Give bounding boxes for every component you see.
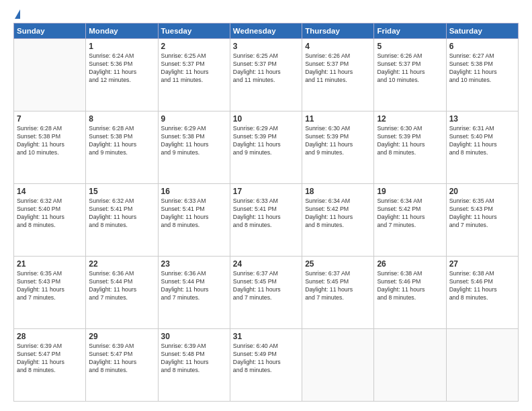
calendar: SundayMondayTuesdayWednesdayThursdayFrid… (13, 23, 519, 402)
day-number: 21 (17, 259, 83, 269)
calendar-cell: 24Sunrise: 6:37 AMSunset: 5:45 PMDayligh… (230, 257, 302, 329)
day-info: Sunrise: 6:26 AMSunset: 5:37 PMDaylight:… (377, 52, 443, 85)
day-info: Sunrise: 6:25 AMSunset: 5:37 PMDaylight:… (233, 52, 299, 85)
calendar-cell: 6Sunrise: 6:27 AMSunset: 5:38 PMDaylight… (446, 39, 518, 111)
day-info: Sunrise: 6:33 AMSunset: 5:41 PMDaylight:… (161, 197, 227, 230)
day-number: 10 (233, 113, 299, 124)
day-info: Sunrise: 6:32 AMSunset: 5:40 PMDaylight:… (17, 197, 83, 230)
day-number: 1 (89, 41, 154, 52)
day-info: Sunrise: 6:39 AMSunset: 5:48 PMDaylight:… (161, 342, 227, 375)
calendar-cell: 10Sunrise: 6:29 AMSunset: 5:39 PMDayligh… (230, 111, 302, 184)
day-number: 24 (233, 259, 299, 269)
day-number: 23 (161, 259, 227, 269)
day-info: Sunrise: 6:29 AMSunset: 5:39 PMDaylight:… (233, 125, 299, 157)
day-info: Sunrise: 6:39 AMSunset: 5:47 PMDaylight:… (17, 342, 83, 375)
day-info: Sunrise: 6:35 AMSunset: 5:43 PMDaylight:… (449, 197, 515, 230)
calendar-cell: 21Sunrise: 6:35 AMSunset: 5:43 PMDayligh… (14, 257, 86, 329)
weekday-header: Friday (374, 24, 446, 39)
day-number: 18 (305, 186, 371, 197)
day-info: Sunrise: 6:39 AMSunset: 5:47 PMDaylight:… (89, 342, 154, 375)
day-number: 25 (305, 259, 371, 269)
day-info: Sunrise: 6:28 AMSunset: 5:38 PMDaylight:… (89, 125, 154, 157)
day-number: 14 (17, 186, 83, 197)
day-info: Sunrise: 6:29 AMSunset: 5:38 PMDaylight:… (161, 125, 227, 157)
day-info: Sunrise: 6:37 AMSunset: 5:45 PMDaylight:… (305, 270, 371, 302)
day-info: Sunrise: 6:38 AMSunset: 5:46 PMDaylight:… (449, 270, 515, 302)
weekday-header: Monday (86, 24, 158, 39)
day-number: 7 (17, 113, 83, 124)
calendar-week-row: 7Sunrise: 6:28 AMSunset: 5:38 PMDaylight… (14, 111, 519, 184)
day-number: 20 (449, 186, 515, 197)
day-number: 17 (233, 186, 299, 197)
calendar-cell: 27Sunrise: 6:38 AMSunset: 5:46 PMDayligh… (446, 257, 518, 329)
day-number: 5 (377, 41, 443, 52)
day-info: Sunrise: 6:34 AMSunset: 5:42 PMDaylight:… (305, 197, 371, 230)
day-number: 9 (161, 113, 227, 124)
day-number: 30 (161, 331, 227, 342)
day-info: Sunrise: 6:32 AMSunset: 5:41 PMDaylight:… (89, 197, 154, 230)
day-info: Sunrise: 6:27 AMSunset: 5:38 PMDaylight:… (449, 52, 515, 85)
day-info: Sunrise: 6:34 AMSunset: 5:42 PMDaylight:… (377, 197, 443, 230)
weekday-header: Tuesday (158, 24, 230, 39)
calendar-week-row: 28Sunrise: 6:39 AMSunset: 5:47 PMDayligh… (14, 329, 519, 402)
day-number: 26 (377, 259, 443, 269)
day-info: Sunrise: 6:36 AMSunset: 5:44 PMDaylight:… (161, 270, 227, 302)
calendar-cell: 31Sunrise: 6:40 AMSunset: 5:49 PMDayligh… (230, 329, 302, 402)
calendar-cell: 12Sunrise: 6:30 AMSunset: 5:39 PMDayligh… (374, 111, 446, 184)
weekday-header: Saturday (446, 24, 518, 39)
calendar-cell: 4Sunrise: 6:26 AMSunset: 5:37 PMDaylight… (302, 39, 374, 111)
day-info: Sunrise: 6:38 AMSunset: 5:46 PMDaylight:… (377, 270, 443, 302)
day-number: 2 (161, 41, 227, 52)
calendar-header-row: SundayMondayTuesdayWednesdayThursdayFrid… (14, 24, 519, 39)
day-number: 31 (233, 331, 299, 342)
day-number: 13 (449, 113, 515, 124)
day-info: Sunrise: 6:26 AMSunset: 5:37 PMDaylight:… (305, 52, 371, 85)
day-number: 16 (161, 186, 227, 197)
day-info: Sunrise: 6:28 AMSunset: 5:38 PMDaylight:… (17, 125, 83, 157)
calendar-cell: 20Sunrise: 6:35 AMSunset: 5:43 PMDayligh… (446, 184, 518, 257)
calendar-cell: 13Sunrise: 6:31 AMSunset: 5:40 PMDayligh… (446, 111, 518, 184)
calendar-week-row: 14Sunrise: 6:32 AMSunset: 5:40 PMDayligh… (14, 184, 519, 257)
day-number: 11 (305, 113, 371, 124)
day-info: Sunrise: 6:40 AMSunset: 5:49 PMDaylight:… (233, 342, 299, 375)
day-number: 29 (89, 331, 154, 342)
day-info: Sunrise: 6:30 AMSunset: 5:39 PMDaylight:… (377, 125, 443, 157)
calendar-week-row: 1Sunrise: 6:24 AMSunset: 5:36 PMDaylight… (14, 39, 519, 111)
day-number: 27 (449, 259, 515, 269)
logo-triangle-icon (15, 9, 20, 19)
calendar-cell: 30Sunrise: 6:39 AMSunset: 5:48 PMDayligh… (158, 329, 230, 402)
calendar-cell: 16Sunrise: 6:33 AMSunset: 5:41 PMDayligh… (158, 184, 230, 257)
day-info: Sunrise: 6:33 AMSunset: 5:41 PMDaylight:… (233, 197, 299, 230)
weekday-header: Sunday (14, 24, 86, 39)
calendar-cell: 2Sunrise: 6:25 AMSunset: 5:37 PMDaylight… (158, 39, 230, 111)
day-info: Sunrise: 6:37 AMSunset: 5:45 PMDaylight:… (233, 270, 299, 302)
logo (13, 12, 20, 19)
calendar-cell: 14Sunrise: 6:32 AMSunset: 5:40 PMDayligh… (14, 184, 86, 257)
day-info: Sunrise: 6:24 AMSunset: 5:36 PMDaylight:… (89, 52, 154, 85)
day-number: 28 (17, 331, 83, 342)
day-number: 19 (377, 186, 443, 197)
calendar-cell: 19Sunrise: 6:34 AMSunset: 5:42 PMDayligh… (374, 184, 446, 257)
calendar-cell: 15Sunrise: 6:32 AMSunset: 5:41 PMDayligh… (86, 184, 158, 257)
calendar-cell: 23Sunrise: 6:36 AMSunset: 5:44 PMDayligh… (158, 257, 230, 329)
header (13, 12, 519, 19)
calendar-cell: 9Sunrise: 6:29 AMSunset: 5:38 PMDaylight… (158, 111, 230, 184)
calendar-cell: 17Sunrise: 6:33 AMSunset: 5:41 PMDayligh… (230, 184, 302, 257)
calendar-cell: 3Sunrise: 6:25 AMSunset: 5:37 PMDaylight… (230, 39, 302, 111)
calendar-week-row: 21Sunrise: 6:35 AMSunset: 5:43 PMDayligh… (14, 257, 519, 329)
calendar-cell (302, 329, 374, 402)
day-number: 3 (233, 41, 299, 52)
calendar-cell: 28Sunrise: 6:39 AMSunset: 5:47 PMDayligh… (14, 329, 86, 402)
calendar-cell (446, 329, 518, 402)
day-number: 6 (449, 41, 515, 52)
day-info: Sunrise: 6:35 AMSunset: 5:43 PMDaylight:… (17, 270, 83, 302)
calendar-cell: 22Sunrise: 6:36 AMSunset: 5:44 PMDayligh… (86, 257, 158, 329)
page: SundayMondayTuesdayWednesdayThursdayFrid… (0, 0, 532, 411)
weekday-header: Wednesday (230, 24, 302, 39)
calendar-cell: 26Sunrise: 6:38 AMSunset: 5:46 PMDayligh… (374, 257, 446, 329)
calendar-cell: 18Sunrise: 6:34 AMSunset: 5:42 PMDayligh… (302, 184, 374, 257)
calendar-cell: 5Sunrise: 6:26 AMSunset: 5:37 PMDaylight… (374, 39, 446, 111)
day-info: Sunrise: 6:31 AMSunset: 5:40 PMDaylight:… (449, 125, 515, 157)
weekday-header: Thursday (302, 24, 374, 39)
day-number: 22 (89, 259, 154, 269)
